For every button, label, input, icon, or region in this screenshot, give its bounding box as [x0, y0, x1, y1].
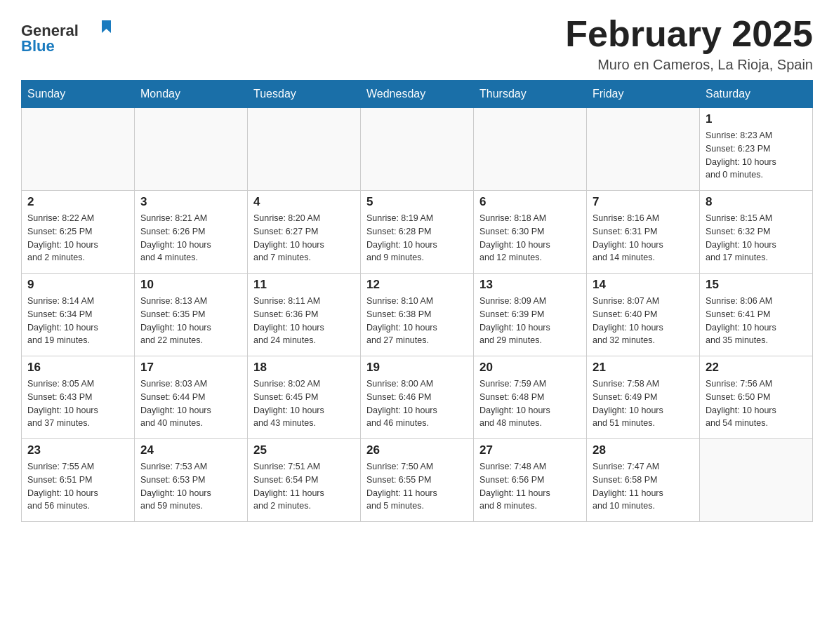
logo: General Blue: [21, 14, 112, 59]
day-number: 13: [479, 278, 581, 292]
day-cell: 21Sunrise: 7:58 AM Sunset: 6:49 PM Dayli…: [587, 356, 700, 439]
day-info: Sunrise: 8:23 AM Sunset: 6:23 PM Dayligh…: [706, 129, 807, 182]
day-number: 14: [593, 278, 694, 292]
day-info: Sunrise: 7:58 AM Sunset: 6:49 PM Dayligh…: [593, 377, 694, 430]
day-number: 18: [253, 361, 355, 375]
weekday-header-tuesday: Tuesday: [248, 81, 361, 108]
day-cell: 4Sunrise: 8:20 AM Sunset: 6:27 PM Daylig…: [248, 191, 361, 274]
day-info: Sunrise: 8:05 AM Sunset: 6:43 PM Dayligh…: [27, 377, 128, 430]
day-info: Sunrise: 8:19 AM Sunset: 6:28 PM Dayligh…: [366, 212, 468, 264]
week-row-2: 2Sunrise: 8:22 AM Sunset: 6:25 PM Daylig…: [22, 191, 813, 274]
day-cell: [135, 108, 248, 191]
day-number: 10: [140, 278, 241, 292]
day-cell: 2Sunrise: 8:22 AM Sunset: 6:25 PM Daylig…: [22, 191, 135, 274]
day-cell: 27Sunrise: 7:48 AM Sunset: 6:56 PM Dayli…: [474, 439, 587, 522]
day-number: 2: [27, 195, 128, 209]
day-cell: 13Sunrise: 8:09 AM Sunset: 6:39 PM Dayli…: [474, 274, 587, 356]
day-number: 5: [366, 195, 468, 209]
day-info: Sunrise: 8:13 AM Sunset: 6:35 PM Dayligh…: [140, 295, 241, 347]
page-header: General Blue February 2025 Muro en Camer…: [21, 14, 813, 73]
month-title: February 2025: [565, 14, 813, 54]
day-number: 12: [366, 278, 468, 292]
day-info: Sunrise: 8:07 AM Sunset: 6:40 PM Dayligh…: [593, 295, 694, 347]
day-info: Sunrise: 8:10 AM Sunset: 6:38 PM Dayligh…: [366, 295, 468, 347]
day-cell: [587, 108, 700, 191]
day-info: Sunrise: 8:14 AM Sunset: 6:34 PM Dayligh…: [27, 295, 128, 347]
day-info: Sunrise: 7:48 AM Sunset: 6:56 PM Dayligh…: [479, 460, 581, 513]
day-info: Sunrise: 8:09 AM Sunset: 6:39 PM Dayligh…: [479, 295, 581, 347]
day-number: 4: [253, 195, 355, 209]
day-cell: [248, 108, 361, 191]
week-row-5: 23Sunrise: 7:55 AM Sunset: 6:51 PM Dayli…: [22, 439, 813, 522]
day-number: 22: [706, 361, 807, 375]
week-row-4: 16Sunrise: 8:05 AM Sunset: 6:43 PM Dayli…: [22, 356, 813, 439]
day-info: Sunrise: 8:15 AM Sunset: 6:32 PM Dayligh…: [706, 212, 807, 264]
day-number: 23: [27, 443, 128, 457]
day-number: 3: [140, 195, 241, 209]
day-number: 16: [27, 361, 128, 375]
calendar-table: SundayMondayTuesdayWednesdayThursdayFrid…: [21, 80, 813, 522]
day-info: Sunrise: 8:00 AM Sunset: 6:46 PM Dayligh…: [366, 377, 468, 430]
day-cell: 28Sunrise: 7:47 AM Sunset: 6:58 PM Dayli…: [587, 439, 700, 522]
location-subtitle: Muro en Cameros, La Rioja, Spain: [565, 57, 813, 73]
svg-text:Blue: Blue: [21, 37, 55, 55]
weekday-header-sunday: Sunday: [22, 81, 135, 108]
day-number: 17: [140, 361, 241, 375]
day-cell: 16Sunrise: 8:05 AM Sunset: 6:43 PM Dayli…: [22, 356, 135, 439]
day-info: Sunrise: 8:20 AM Sunset: 6:27 PM Dayligh…: [253, 212, 355, 264]
day-cell: 22Sunrise: 7:56 AM Sunset: 6:50 PM Dayli…: [700, 356, 813, 439]
weekday-header-row: SundayMondayTuesdayWednesdayThursdayFrid…: [22, 81, 813, 108]
day-cell: 1Sunrise: 8:23 AM Sunset: 6:23 PM Daylig…: [700, 108, 813, 191]
day-info: Sunrise: 8:02 AM Sunset: 6:45 PM Dayligh…: [253, 377, 355, 430]
day-cell: [22, 108, 135, 191]
weekday-header-thursday: Thursday: [474, 81, 587, 108]
day-cell: 20Sunrise: 7:59 AM Sunset: 6:48 PM Dayli…: [474, 356, 587, 439]
day-info: Sunrise: 8:11 AM Sunset: 6:36 PM Dayligh…: [253, 295, 355, 347]
day-cell: 12Sunrise: 8:10 AM Sunset: 6:38 PM Dayli…: [361, 274, 474, 356]
svg-marker-1: [102, 20, 111, 33]
day-info: Sunrise: 8:21 AM Sunset: 6:26 PM Dayligh…: [140, 212, 241, 264]
day-cell: 18Sunrise: 8:02 AM Sunset: 6:45 PM Dayli…: [248, 356, 361, 439]
day-number: 8: [706, 195, 807, 209]
day-number: 1: [706, 112, 807, 126]
weekday-header-saturday: Saturday: [700, 81, 813, 108]
day-info: Sunrise: 7:56 AM Sunset: 6:50 PM Dayligh…: [706, 377, 807, 430]
day-cell: 5Sunrise: 8:19 AM Sunset: 6:28 PM Daylig…: [361, 191, 474, 274]
day-number: 27: [479, 443, 581, 457]
day-cell: [474, 108, 587, 191]
day-cell: 24Sunrise: 7:53 AM Sunset: 6:53 PM Dayli…: [135, 439, 248, 522]
day-number: 26: [366, 443, 468, 457]
day-cell: 6Sunrise: 8:18 AM Sunset: 6:30 PM Daylig…: [474, 191, 587, 274]
day-cell: 26Sunrise: 7:50 AM Sunset: 6:55 PM Dayli…: [361, 439, 474, 522]
day-number: 19: [366, 361, 468, 375]
day-info: Sunrise: 7:50 AM Sunset: 6:55 PM Dayligh…: [366, 460, 468, 513]
title-block: February 2025 Muro en Cameros, La Rioja,…: [565, 14, 813, 73]
weekday-header-wednesday: Wednesday: [361, 81, 474, 108]
day-info: Sunrise: 8:03 AM Sunset: 6:44 PM Dayligh…: [140, 377, 241, 430]
day-cell: 14Sunrise: 8:07 AM Sunset: 6:40 PM Dayli…: [587, 274, 700, 356]
weekday-header-monday: Monday: [135, 81, 248, 108]
day-cell: 7Sunrise: 8:16 AM Sunset: 6:31 PM Daylig…: [587, 191, 700, 274]
day-info: Sunrise: 7:51 AM Sunset: 6:54 PM Dayligh…: [253, 460, 355, 513]
day-number: 28: [593, 443, 694, 457]
day-cell: 8Sunrise: 8:15 AM Sunset: 6:32 PM Daylig…: [700, 191, 813, 274]
day-cell: 25Sunrise: 7:51 AM Sunset: 6:54 PM Dayli…: [248, 439, 361, 522]
day-info: Sunrise: 7:59 AM Sunset: 6:48 PM Dayligh…: [479, 377, 581, 430]
day-cell: [700, 439, 813, 522]
week-row-1: 1Sunrise: 8:23 AM Sunset: 6:23 PM Daylig…: [22, 108, 813, 191]
day-cell: [361, 108, 474, 191]
day-number: 24: [140, 443, 241, 457]
day-number: 20: [479, 361, 581, 375]
day-cell: 10Sunrise: 8:13 AM Sunset: 6:35 PM Dayli…: [135, 274, 248, 356]
day-number: 21: [593, 361, 694, 375]
day-info: Sunrise: 7:55 AM Sunset: 6:51 PM Dayligh…: [27, 460, 128, 513]
day-info: Sunrise: 7:53 AM Sunset: 6:53 PM Dayligh…: [140, 460, 241, 513]
day-cell: 17Sunrise: 8:03 AM Sunset: 6:44 PM Dayli…: [135, 356, 248, 439]
day-number: 25: [253, 443, 355, 457]
day-info: Sunrise: 8:06 AM Sunset: 6:41 PM Dayligh…: [706, 295, 807, 347]
day-cell: 15Sunrise: 8:06 AM Sunset: 6:41 PM Dayli…: [700, 274, 813, 356]
week-row-3: 9Sunrise: 8:14 AM Sunset: 6:34 PM Daylig…: [22, 274, 813, 356]
day-cell: 19Sunrise: 8:00 AM Sunset: 6:46 PM Dayli…: [361, 356, 474, 439]
day-number: 6: [479, 195, 581, 209]
weekday-header-friday: Friday: [587, 81, 700, 108]
